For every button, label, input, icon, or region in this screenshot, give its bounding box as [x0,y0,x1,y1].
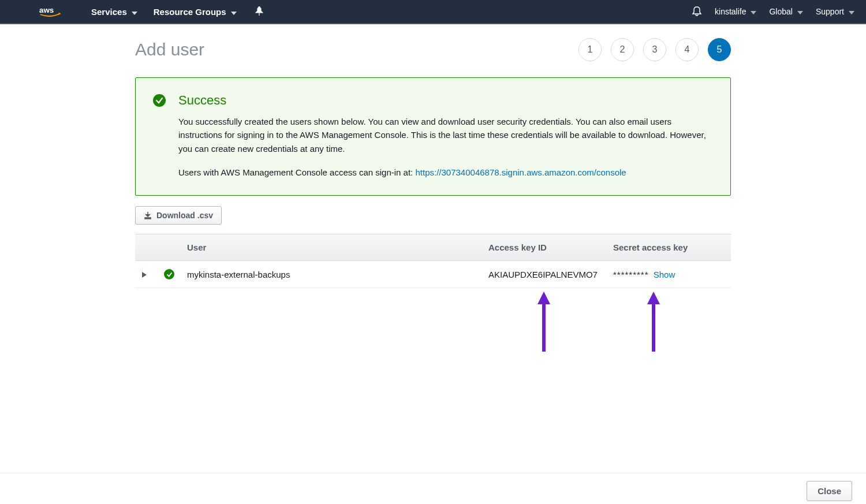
success-check-icon [153,94,166,107]
download-csv-button[interactable]: Download .csv [135,206,222,225]
table-header-expand [135,234,157,260]
nav-support[interactable]: Support [816,7,854,16]
row-user: mykinsta-external-backups [180,262,481,288]
success-title: Success [178,93,713,108]
chevron-down-icon [231,7,237,17]
row-status [157,261,180,288]
arrow-up-icon [645,292,662,352]
chevron-down-icon [849,7,854,16]
top-navbar: aws Services Resource Groups kinstalife … [0,0,866,23]
actions-bar: Close [0,473,866,504]
nav-account-label: kinstalife [715,7,746,16]
table-header-user: User [180,234,481,260]
table-header-status [157,234,180,260]
close-button[interactable]: Close [807,481,852,501]
wizard-step-3[interactable]: 3 [643,38,666,61]
row-secret: ********* Show [606,262,731,288]
pin-icon[interactable] [255,6,263,17]
nav-services-label: Services [91,7,127,17]
table-header-secret: Secret access key [606,234,731,260]
success-signin-prefix: Users with AWS Management Console access… [178,167,415,177]
page-title: Add user [135,40,204,59]
chevron-down-icon [132,7,137,17]
nav-region-label: Global [769,7,792,16]
table-row: mykinsta-external-backups AKIAUPDXE6IPAL… [135,261,731,288]
caret-right-icon [142,270,147,279]
success-body-2: Users with AWS Management Console access… [178,166,713,179]
top-nav-right: kinstalife Global Support [681,6,854,18]
nav-region[interactable]: Global [769,7,802,16]
nav-services[interactable]: Services [91,7,137,17]
bell-icon[interactable] [692,6,702,18]
users-table: User Access key ID Secret access key myk… [135,234,731,288]
nav-resource-groups-label: Resource Groups [154,7,226,17]
wizard-step-1[interactable]: 1 [578,38,602,61]
table-header-row: User Access key ID Secret access key [135,234,731,261]
nav-support-label: Support [816,7,844,16]
annotation-arrows [135,288,731,357]
show-secret-link[interactable]: Show [654,270,675,279]
wizard-steps: 1 2 3 4 5 [569,38,731,61]
row-expand-toggle[interactable] [135,262,157,288]
table-header-access-key: Access key ID [481,234,606,260]
svg-text:aws: aws [39,6,54,14]
row-access-key-id: AKIAUPDXE6IPALNEVMO7 [481,262,606,288]
secret-masked: ********* [613,270,649,279]
nav-account[interactable]: kinstalife [715,7,756,16]
nav-resource-groups[interactable]: Resource Groups [154,7,237,17]
download-icon [144,211,152,219]
success-check-icon [164,269,174,279]
spacer [135,357,731,450]
wizard-step-5[interactable]: 5 [708,38,731,61]
success-alert: Success You successfully created the use… [135,77,731,196]
wizard-step-4[interactable]: 4 [675,38,699,61]
aws-logo[interactable]: aws [39,6,68,17]
chevron-down-icon [751,7,756,16]
main-content: Add user 1 2 3 4 5 Success You successfu… [135,24,731,473]
success-body-1: You successfully created the users shown… [178,115,713,155]
download-csv-label: Download .csv [156,211,213,220]
signin-url-link[interactable]: https://307340046878.signin.aws.amazon.c… [415,167,626,177]
header-row: Add user 1 2 3 4 5 [135,38,731,61]
chevron-down-icon [797,7,803,16]
arrow-up-icon [535,292,553,352]
wizard-step-2[interactable]: 2 [611,38,634,61]
